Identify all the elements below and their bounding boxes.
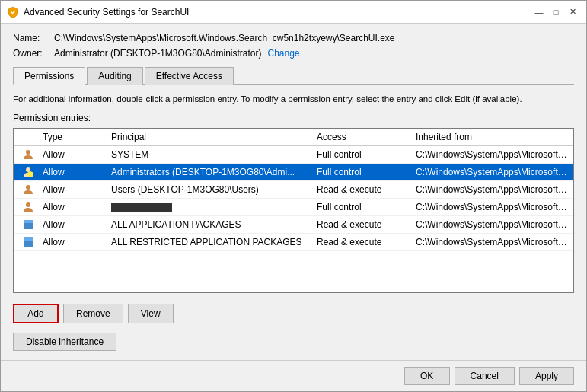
- col-type: Type: [40, 131, 108, 143]
- tab-permissions[interactable]: Permissions: [13, 67, 85, 85]
- row-access: Read & execute: [314, 218, 413, 231]
- description-text: For additional information, double-click…: [13, 93, 574, 105]
- svg-point-1: [26, 167, 30, 172]
- title-bar: Advanced Security Settings for SearchUI …: [1, 1, 586, 24]
- close-button[interactable]: ✕: [565, 5, 580, 19]
- row-inherited: C:\Windows\SystemApps\Microsoft.Windo...: [413, 148, 570, 161]
- owner-row: Owner: Administrator (DESKTOP-1M3OG80\Ad…: [13, 48, 574, 59]
- add-button[interactable]: Add: [13, 304, 59, 323]
- row-principal: Administrators (DESKTOP-1M3OG80\Admi...: [108, 166, 314, 178]
- svg-rect-5: [24, 220, 33, 223]
- window-title: Advanced Security Settings for SearchUI: [24, 7, 189, 18]
- table-header: Type Principal Access Inherited from: [14, 129, 573, 146]
- row-type: Allow: [40, 201, 108, 213]
- change-link[interactable]: Change: [268, 48, 300, 59]
- cancel-button[interactable]: Cancel: [455, 367, 515, 385]
- title-bar-left: Advanced Security Settings for SearchUI: [7, 6, 189, 18]
- svg-point-2: [26, 185, 30, 190]
- row-access: Full control: [314, 201, 413, 213]
- table-row[interactable]: AllowUsers (DESKTOP-1M3OG80\Users)Read &…: [14, 181, 573, 199]
- tab-auditing[interactable]: Auditing: [87, 67, 142, 85]
- svg-rect-6: [24, 240, 33, 247]
- view-button[interactable]: View: [128, 304, 174, 323]
- row-access: Full control: [314, 148, 413, 161]
- col-icon: [17, 131, 40, 143]
- row-icon: [17, 200, 40, 214]
- tab-effective-access[interactable]: Effective Access: [145, 67, 234, 85]
- row-icon: [17, 218, 40, 231]
- row-icon: [17, 183, 40, 196]
- tab-bar: Permissions Auditing Effective Access: [13, 66, 574, 85]
- row-inherited: C:\Windows\SystemApps\Microsoft.Windo...: [413, 218, 570, 231]
- ok-button[interactable]: OK: [404, 367, 450, 385]
- col-principal: Principal: [108, 131, 314, 143]
- table-body: AllowSYSTEMFull controlC:\Windows\System…: [14, 146, 573, 251]
- minimize-button[interactable]: —: [531, 5, 547, 19]
- disable-inheritance-button[interactable]: Disable inheritance: [13, 333, 116, 351]
- table-row[interactable]: AllowALL APPLICATION PACKAGESRead & exec…: [14, 216, 573, 234]
- row-inherited: C:\Windows\SystemApps\Microsoft.Windo...: [413, 236, 570, 248]
- name-row: Name: C:\Windows\SystemApps\Microsoft.Wi…: [13, 33, 574, 43]
- owner-label: Owner:: [13, 48, 51, 59]
- row-access: Read & execute: [314, 236, 413, 248]
- col-access: Access: [314, 131, 413, 143]
- row-type: Allow: [40, 183, 108, 196]
- maximize-button[interactable]: □: [548, 5, 563, 19]
- row-type: Allow: [40, 218, 108, 231]
- svg-point-0: [26, 150, 30, 155]
- row-icon: [17, 165, 40, 179]
- title-controls: — □ ✕: [531, 5, 580, 19]
- row-type: Allow: [40, 148, 108, 161]
- svg-rect-7: [24, 237, 33, 241]
- name-value: C:\Windows\SystemApps\Microsoft.Windows.…: [54, 33, 395, 43]
- content-area: Name: C:\Windows\SystemApps\Microsoft.Wi…: [1, 24, 586, 360]
- row-type: Allow: [40, 236, 108, 248]
- table-row[interactable]: AllowSYSTEMFull controlC:\Windows\System…: [14, 146, 573, 164]
- table-row[interactable]: AllowAdministrators (DESKTOP-1M3OG80\Adm…: [14, 164, 573, 181]
- row-icon: [17, 148, 40, 161]
- table-row[interactable]: AllowFull controlC:\Windows\SystemApps\M…: [14, 199, 573, 216]
- section-label: Permission entries:: [13, 113, 574, 123]
- action-buttons: Add Remove View: [13, 304, 574, 323]
- name-label: Name:: [13, 33, 51, 43]
- footer: OK Cancel Apply: [1, 360, 586, 391]
- row-principal: ALL APPLICATION PACKAGES: [108, 218, 314, 231]
- row-icon: [17, 235, 40, 249]
- owner-value: Administrator (DESKTOP-1M3OG80\Administr…: [54, 48, 262, 59]
- svg-point-3: [26, 202, 30, 207]
- remove-button[interactable]: Remove: [63, 304, 123, 323]
- row-inherited: C:\Windows\SystemApps\Microsoft.Windo...: [413, 201, 570, 213]
- window-icon: [7, 6, 19, 18]
- row-principal: [108, 201, 314, 213]
- row-access: Read & execute: [314, 183, 413, 196]
- col-inherited: Inherited from: [413, 131, 570, 143]
- row-inherited: C:\Windows\SystemApps\Microsoft.Windo...: [413, 183, 570, 196]
- table-row[interactable]: AllowALL RESTRICTED APPLICATION PACKAGES…: [14, 234, 573, 251]
- row-type: Allow: [40, 166, 108, 178]
- svg-rect-4: [24, 222, 33, 229]
- row-principal: Users (DESKTOP-1M3OG80\Users): [108, 183, 314, 196]
- row-inherited: C:\Windows\SystemApps\Microsoft.Windo...: [413, 166, 570, 178]
- permission-table: Type Principal Access Inherited from All…: [13, 128, 574, 293]
- row-principal: SYSTEM: [108, 148, 314, 161]
- row-principal: ALL RESTRICTED APPLICATION PACKAGES: [108, 236, 314, 248]
- row-access: Full control: [314, 166, 413, 178]
- main-window: Advanced Security Settings for SearchUI …: [0, 0, 587, 392]
- apply-button[interactable]: Apply: [519, 367, 574, 385]
